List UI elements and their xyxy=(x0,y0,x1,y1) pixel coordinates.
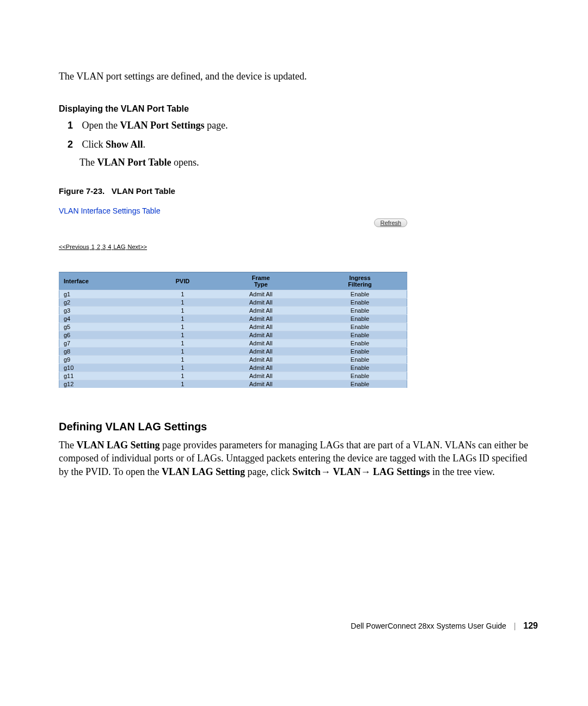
cell-frame-type: Admit All xyxy=(209,380,313,388)
figure-caption-prefix: Figure 7-23. xyxy=(59,186,105,196)
cell-pvid: 1 xyxy=(156,356,209,364)
cell-pvid: 1 xyxy=(156,348,209,356)
step-result-bold: VLAN Port Table xyxy=(97,157,171,168)
table-row: g11Admit AllEnable xyxy=(59,290,407,299)
section-heading-display-vlan-port-table: Displaying the VLAN Port Table xyxy=(59,104,534,114)
cell-pvid: 1 xyxy=(156,339,209,348)
cell-ingress-filtering: Enable xyxy=(313,372,407,380)
cell-pvid: 1 xyxy=(156,364,209,372)
refresh-button[interactable]: Refresh xyxy=(374,218,407,227)
pager-page-4-link[interactable]: 4 xyxy=(108,244,111,250)
step-number: 1 xyxy=(59,118,73,133)
cell-pvid: 1 xyxy=(156,299,209,307)
step-text-pre: Open the xyxy=(82,120,120,131)
cell-frame-type: Admit All xyxy=(209,315,313,323)
cell-frame-type: Admit All xyxy=(209,323,313,331)
cell-pvid: 1 xyxy=(156,323,209,331)
step-text-bold: Show All xyxy=(106,139,143,150)
cell-pvid: 1 xyxy=(156,290,209,299)
cell-frame-type: Admit All xyxy=(209,348,313,356)
cell-pvid: 1 xyxy=(156,380,209,388)
cell-ingress-filtering: Enable xyxy=(313,339,407,348)
vlan-port-table-screenshot: VLAN Interface Settings Table Refresh <<… xyxy=(59,206,407,388)
col-pvid-header: PVID xyxy=(156,272,209,290)
cell-frame-type: Admit All xyxy=(209,307,313,315)
col-interface-header: Interface xyxy=(59,272,157,290)
cell-ingress-filtering: Enable xyxy=(313,380,407,388)
table-row: g111Admit AllEnable xyxy=(59,372,407,380)
cell-ingress-filtering: Enable xyxy=(313,323,407,331)
cell-ingress-filtering: Enable xyxy=(313,331,407,339)
cell-interface: g4 xyxy=(59,315,157,323)
pager-lag-link[interactable]: LAG xyxy=(113,244,125,250)
table-row: g101Admit AllEnable xyxy=(59,364,407,372)
cell-frame-type: Admit All xyxy=(209,299,313,307)
cell-interface: g11 xyxy=(59,372,157,380)
cell-frame-type: Admit All xyxy=(209,356,313,364)
step-result-pre: The xyxy=(79,157,97,168)
cell-pvid: 1 xyxy=(156,315,209,323)
figure-caption-title: VLAN Port Table xyxy=(112,186,175,196)
cell-interface: g8 xyxy=(59,348,157,356)
cell-interface: g2 xyxy=(59,299,157,307)
step-text-bold: VLAN Port Settings xyxy=(120,120,204,131)
vlan-port-table: Interface PVID FrameType IngressFilterin… xyxy=(59,272,407,388)
cell-interface: g9 xyxy=(59,356,157,364)
cell-frame-type: Admit All xyxy=(209,331,313,339)
cell-pvid: 1 xyxy=(156,307,209,315)
step-number: 2 xyxy=(59,137,73,152)
pager: <<Previous 1 2 3 4 LAG Next>> xyxy=(59,244,407,250)
table-row: g71Admit AllEnable xyxy=(59,339,407,348)
cell-interface: g3 xyxy=(59,307,157,315)
cell-interface: g5 xyxy=(59,323,157,331)
figure-caption: Figure 7-23. VLAN Port Table xyxy=(59,186,534,196)
pager-page-2-link[interactable]: 2 xyxy=(97,244,100,250)
cell-pvid: 1 xyxy=(156,372,209,380)
step-text-post: . xyxy=(143,139,146,150)
step-item: 1 Open the VLAN Port Settings page. xyxy=(59,118,534,133)
table-row: g91Admit AllEnable xyxy=(59,356,407,364)
body-paragraph: The VLAN LAG Setting page provides param… xyxy=(59,439,534,478)
pager-next-link[interactable]: Next>> xyxy=(128,244,147,250)
cell-interface: g12 xyxy=(59,380,157,388)
pager-prev-link[interactable]: <<Previous xyxy=(59,244,89,250)
cell-pvid: 1 xyxy=(156,331,209,339)
step-text-post: page. xyxy=(204,120,228,131)
pager-page-3-link[interactable]: 3 xyxy=(102,244,106,250)
cell-frame-type: Admit All xyxy=(209,290,313,299)
cell-interface: g1 xyxy=(59,290,157,299)
cell-ingress-filtering: Enable xyxy=(313,290,407,299)
cell-ingress-filtering: Enable xyxy=(313,348,407,356)
col-ingress-header: IngressFiltering xyxy=(313,272,407,290)
cell-frame-type: Admit All xyxy=(209,372,313,380)
table-row: g31Admit AllEnable xyxy=(59,307,407,315)
table-row: g21Admit AllEnable xyxy=(59,299,407,307)
step-text-pre: Click xyxy=(82,139,106,150)
pager-page-1-link[interactable]: 1 xyxy=(91,244,95,250)
cell-ingress-filtering: Enable xyxy=(313,299,407,307)
cell-interface: g6 xyxy=(59,331,157,339)
table-row: g61Admit AllEnable xyxy=(59,331,407,339)
cell-ingress-filtering: Enable xyxy=(313,315,407,323)
table-row: g121Admit AllEnable xyxy=(59,380,407,388)
step-item: 2 Click Show All. The VLAN Port Table op… xyxy=(59,137,534,170)
cell-interface: g7 xyxy=(59,339,157,348)
cell-frame-type: Admit All xyxy=(209,339,313,348)
steps-list: 1 Open the VLAN Port Settings page. 2 Cl… xyxy=(59,118,534,170)
table-row: g81Admit AllEnable xyxy=(59,348,407,356)
section-heading-defining-vlan-lag: Defining VLAN LAG Settings xyxy=(59,421,534,433)
col-frame-header: FrameType xyxy=(209,272,313,290)
screenshot-title: VLAN Interface Settings Table xyxy=(59,206,407,215)
intro-text: The VLAN port settings are defined, and … xyxy=(59,71,534,82)
cell-interface: g10 xyxy=(59,364,157,372)
step-result-post: opens. xyxy=(171,157,199,168)
cell-ingress-filtering: Enable xyxy=(313,307,407,315)
cell-ingress-filtering: Enable xyxy=(313,356,407,364)
cell-frame-type: Admit All xyxy=(209,364,313,372)
table-row: g51Admit AllEnable xyxy=(59,323,407,331)
cell-ingress-filtering: Enable xyxy=(313,364,407,372)
table-row: g41Admit AllEnable xyxy=(59,315,407,323)
